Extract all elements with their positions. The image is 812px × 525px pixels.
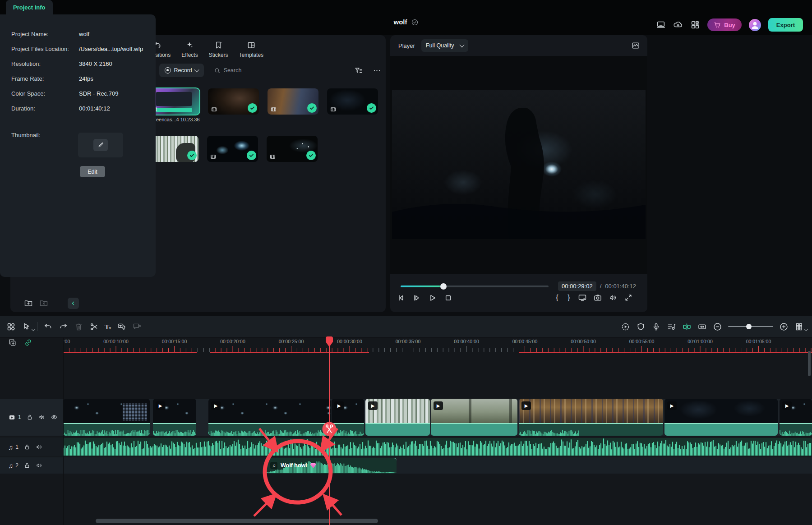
mirror-display-icon[interactable] <box>578 293 587 302</box>
video-clip[interactable]: ▶ <box>153 399 196 436</box>
video-clip[interactable]: ▶ <box>664 399 778 436</box>
zoom-slider-knob[interactable] <box>746 324 752 329</box>
split-scissors-icon[interactable] <box>89 322 99 332</box>
mark-in-icon[interactable]: { <box>554 294 560 302</box>
lock-icon[interactable] <box>23 462 31 469</box>
horizontal-scrollbar[interactable] <box>96 519 378 523</box>
export-button[interactable]: Export <box>768 18 803 32</box>
layout-grid-icon[interactable] <box>6 322 16 332</box>
pencil-icon <box>97 142 104 148</box>
smart-split-icon[interactable] <box>682 322 692 332</box>
snapshot-icon[interactable] <box>593 293 602 302</box>
render-preview-icon[interactable] <box>621 322 630 332</box>
video-viewport <box>390 56 647 274</box>
playback-scrubber[interactable] <box>401 283 549 290</box>
video-clip[interactable]: ▶ <box>365 399 430 436</box>
quality-dropdown[interactable]: Full Quality <box>421 39 469 52</box>
video-clip[interactable]: ▶ <box>780 399 812 436</box>
collapse-sidebar-button[interactable] <box>68 298 79 309</box>
player-label: Player <box>398 42 415 49</box>
edit-thumbnail-button[interactable] <box>93 139 108 151</box>
video-clip[interactable]: ▶ <box>208 399 331 436</box>
new-folder-icon[interactable] <box>24 299 33 308</box>
zoom-out-icon[interactable] <box>713 322 722 332</box>
selected-check-icon <box>367 103 376 113</box>
toolbar-divider <box>37 322 37 331</box>
eye-icon[interactable] <box>51 414 58 421</box>
media-item-dark-clip[interactable] <box>327 88 378 115</box>
clip-audio-strip <box>208 423 331 436</box>
vertical-scrollbar[interactable] <box>808 351 811 376</box>
volume-icon[interactable] <box>36 462 43 469</box>
lock-icon[interactable] <box>23 443 31 451</box>
video-clip[interactable]: ▶ <box>519 399 663 436</box>
tab-templates[interactable]: Templates <box>239 41 263 58</box>
video-clip[interactable] <box>63 399 150 436</box>
buy-button[interactable]: Buy <box>707 18 742 31</box>
zoom-in-icon[interactable] <box>779 322 789 332</box>
media-item-drummer[interactable] <box>208 88 259 115</box>
media-item-screencast[interactable]: Screencas...4 10.23.36 <box>148 88 199 115</box>
tab-stickers[interactable]: Stickers <box>209 41 228 58</box>
track-manager-icon[interactable] <box>794 322 804 332</box>
add-to-new-track-icon[interactable] <box>8 338 17 347</box>
next-frame-icon[interactable] <box>412 293 421 303</box>
voiceover-mic-icon[interactable] <box>651 322 661 332</box>
ruler-label: 00:00:40:00 <box>454 339 479 344</box>
mark-out-icon[interactable]: } <box>566 294 572 302</box>
sound-clip-wolf-howl[interactable]: ♫Wolf howl <box>267 458 397 474</box>
redo-icon[interactable] <box>59 322 68 332</box>
scrubber-knob[interactable] <box>440 283 447 290</box>
tab-effects[interactable]: Effects <box>181 41 198 58</box>
music-note-icon: ♫ <box>270 462 277 469</box>
zoom-slider[interactable] <box>728 323 773 330</box>
zoom-to-fit-icon[interactable] <box>697 322 707 332</box>
text-to-speech-icon[interactable] <box>117 322 126 332</box>
select-tool-icon[interactable] <box>22 322 31 332</box>
music-clip[interactable] <box>63 438 812 456</box>
transport-controls <box>396 293 453 303</box>
video-clip[interactable]: ▶ <box>332 399 364 436</box>
selected-check-icon <box>248 103 257 113</box>
effects-icon <box>185 41 194 50</box>
shield-icon[interactable] <box>636 322 646 332</box>
stop-icon[interactable] <box>443 293 453 303</box>
tab-project-info[interactable]: Project Info <box>6 0 53 14</box>
search-input[interactable]: Search <box>214 67 344 74</box>
saved-check-icon <box>411 18 419 26</box>
video-clip[interactable]: ▶ <box>431 399 517 436</box>
delete-folder-icon[interactable] <box>39 299 48 308</box>
volume-icon[interactable] <box>36 443 43 451</box>
info-value: 00:01:40:12 <box>79 105 110 112</box>
time-ruler[interactable]: 00:00:05:0000:00:10:0000:00:15:0000:00:2… <box>63 337 812 355</box>
record-dropdown[interactable]: Record <box>159 64 203 77</box>
auto-ripple-link-icon[interactable] <box>24 338 32 347</box>
more-options-icon[interactable] <box>373 66 381 75</box>
volume-icon[interactable] <box>609 293 618 302</box>
play-icon[interactable] <box>428 293 437 303</box>
undo-icon[interactable] <box>43 322 53 332</box>
chevron-down-icon <box>460 42 465 47</box>
lock-icon[interactable] <box>26 414 33 421</box>
previous-frame-icon[interactable] <box>396 293 406 303</box>
audio-mixer-icon[interactable] <box>667 322 676 332</box>
apps-grid-icon[interactable] <box>690 20 700 30</box>
scopes-icon[interactable] <box>631 41 640 50</box>
media-item-night-dots[interactable] <box>267 136 318 162</box>
selected-check-icon <box>187 151 197 160</box>
info-value: wolf <box>79 31 89 37</box>
info-row-frame-rate: Frame Rate:24fps <box>11 75 147 82</box>
audio-track-2: ♫Wolf howl♫2 <box>0 457 812 474</box>
volume-icon[interactable] <box>38 414 46 421</box>
text-tool-icon[interactable]: T▾ <box>105 323 111 331</box>
fullscreen-icon[interactable] <box>624 293 633 302</box>
video-preview[interactable] <box>392 90 646 239</box>
avatar[interactable] <box>749 19 761 31</box>
cloud-upload-icon[interactable] <box>673 20 683 30</box>
filter-icon[interactable] <box>354 66 363 75</box>
media-item-night-glow[interactable] <box>207 136 258 162</box>
clip-thumbnail <box>208 399 331 423</box>
workspace-icon[interactable] <box>656 20 666 30</box>
media-item-crowd[interactable] <box>268 88 318 115</box>
edit-button[interactable]: Edit <box>80 166 105 177</box>
